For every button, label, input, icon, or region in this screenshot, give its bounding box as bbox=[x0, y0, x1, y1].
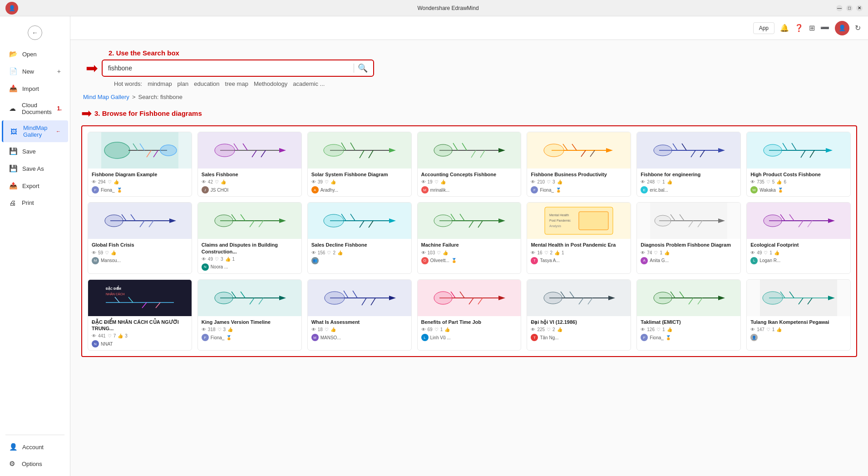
like-icon-18: 👍 bbox=[557, 327, 562, 332]
gallery-card-12[interactable]: Diagnosis Problem Fishbone Diagram 👁 74 … bbox=[636, 202, 741, 274]
card-thumb-6 bbox=[747, 132, 850, 169]
author-name-17: Linh Vũ ... bbox=[430, 335, 451, 340]
sidebar-item-cloud[interactable]: ☁ Cloud Documents 1. bbox=[2, 98, 68, 119]
app-button[interactable]: App bbox=[753, 22, 774, 34]
card-author-8: N Noora ... bbox=[202, 263, 298, 271]
gallery-card-4[interactable]: Fishbone Business Productivity 👁 210 ♡ 3… bbox=[527, 132, 631, 197]
like-icon-5: 👍 bbox=[667, 179, 672, 184]
card-author-3: M mrinalik... bbox=[421, 186, 518, 193]
gallery-card-17[interactable]: Benefits of Part Time Job 👁 69 ♡ 1 👍 L L… bbox=[417, 279, 522, 351]
gallery-card-18[interactable]: Đại hội VI (12.1986) 👁 225 ♡ 2 👍 T Tân N… bbox=[527, 279, 631, 351]
like-icon-20: 👍 bbox=[776, 327, 782, 332]
gallery-card-3[interactable]: Accounting Concepts Fishbone 👁 19 ♡ 👍 M … bbox=[417, 132, 522, 197]
heart-icon-8: ♡ bbox=[215, 257, 219, 262]
sidebar-item-new[interactable]: 📄 New + bbox=[2, 63, 68, 79]
help-icon[interactable]: ❓ bbox=[794, 24, 804, 32]
hot-word-methodology[interactable]: Methodology bbox=[254, 80, 287, 87]
like-icon-14: 👍 bbox=[118, 333, 123, 338]
user-avatar-topbar[interactable]: 👤 bbox=[835, 21, 849, 35]
heart-count-12: 1 bbox=[660, 250, 662, 255]
sidebar-item-export[interactable]: 📤 Export bbox=[2, 178, 68, 194]
sidebar-item-gallery[interactable]: 🖼 MindMap Gallery ← bbox=[2, 120, 68, 142]
close-button[interactable]: ✕ bbox=[856, 5, 863, 11]
author-name-13: Logan R... bbox=[760, 258, 780, 263]
card-thumb-20 bbox=[747, 280, 850, 316]
breadcrumb-sep: > bbox=[132, 94, 136, 100]
gallery-card-15[interactable]: King James Version Timeline 👁 318 ♡ 3 👍 … bbox=[197, 279, 302, 351]
sidebar-item-options[interactable]: ⚙ Options bbox=[2, 456, 68, 472]
gallery-card-20[interactable]: Tulang Ikan Kompetensi Pegawai 👁 147 ♡ 1… bbox=[746, 279, 851, 351]
gallery-card-10[interactable]: Machine Failure 👁 103 ♡ 👍 O Oliveett... … bbox=[417, 202, 522, 274]
svg-point-152 bbox=[654, 292, 672, 304]
gallery-card-5[interactable]: Fishbone for engineering 👁 248 ♡ 1 👍 E e… bbox=[636, 132, 741, 197]
views-icon-11: 👁 bbox=[531, 250, 535, 255]
card-info-7: Global Fish Crisis 👁 59 ♡ 👍 M Mansou... bbox=[88, 239, 192, 267]
hot-word-education[interactable]: education bbox=[194, 80, 219, 87]
like-icon-6: 👍 bbox=[776, 179, 782, 184]
views-icon-18: 👁 bbox=[531, 327, 535, 332]
svg-point-43 bbox=[654, 145, 672, 156]
gallery-card-8[interactable]: Claims and Disputes in Building Construc… bbox=[197, 202, 302, 274]
refresh-icon[interactable]: ↻ bbox=[855, 24, 861, 32]
card-info-15: King James Version Timeline 👁 318 ♡ 3 👍 … bbox=[198, 316, 301, 344]
gallery-card-1[interactable]: Sales Fishbone 👁 42 ♡ 👍 J JS CHOI bbox=[197, 132, 302, 197]
gallery-card-19[interactable]: Taklimat (EMICT) 👁 126 ♡ 1 👍 F Fiona_ bbox=[636, 279, 741, 351]
hot-word-plan[interactable]: plan bbox=[178, 80, 189, 87]
titlebar-left: 👤 bbox=[5, 2, 60, 15]
author-name-11: Tasya A... bbox=[540, 258, 559, 263]
card-thumb-12 bbox=[637, 203, 740, 239]
minus-icon[interactable]: ➖ bbox=[820, 24, 829, 32]
author-avatar-1: J bbox=[202, 186, 209, 193]
author-name-6: Wakaka bbox=[760, 188, 776, 193]
views-4: 210 bbox=[537, 179, 545, 184]
gallery-card-2[interactable]: Solar System Fishbone Diagram 👁 39 ♡ 👍 A… bbox=[307, 132, 412, 197]
breadcrumb-link[interactable]: Mind Map Gallery bbox=[83, 94, 129, 100]
back-button[interactable]: ← bbox=[28, 25, 42, 40]
hot-word-academic[interactable]: academic ... bbox=[293, 80, 325, 87]
gallery-card-11[interactable]: Mental Health Post Pandemic Analysis Men… bbox=[527, 202, 631, 274]
gallery-card-13[interactable]: Ecological Footprint 👁 49 ♡ 1 👍 L Logan … bbox=[746, 202, 851, 274]
gallery-card-16[interactable]: What Is Assessment 👁 18 ♡ 👍 M MANSO... bbox=[307, 279, 412, 351]
gallery-card-7[interactable]: Global Fish Crisis 👁 59 ♡ 👍 M Mansou... bbox=[88, 202, 192, 274]
svg-rect-93 bbox=[579, 212, 608, 230]
gallery-card-0[interactable]: Fishbone Diagram Example 👁 294 ♡ 👍 F Fio… bbox=[88, 132, 192, 197]
hot-word-mindmap[interactable]: mindmap bbox=[148, 80, 172, 87]
card-title-11: Mental Health in Post Pandemic Era bbox=[531, 242, 627, 248]
sidebar-item-open[interactable]: 📂 Open bbox=[2, 46, 68, 62]
bell-icon[interactable]: 🔔 bbox=[780, 24, 789, 32]
sidebar-label-open: Open bbox=[22, 51, 37, 58]
heart-icon-20: ♡ bbox=[766, 327, 770, 332]
svg-text:Analysis: Analysis bbox=[549, 224, 562, 228]
search-input[interactable] bbox=[108, 64, 350, 72]
grid-icon[interactable]: ⊞ bbox=[809, 24, 815, 32]
card-author-7: M Mansou... bbox=[92, 257, 188, 264]
sidebar-item-print[interactable]: 🖨 Print bbox=[2, 195, 68, 211]
search-button[interactable]: 🔍 bbox=[358, 63, 368, 73]
views-icon-16: 👁 bbox=[311, 327, 316, 332]
sidebar-item-account[interactable]: 👤 Account bbox=[2, 439, 68, 455]
search-row: ➡ 🔍 bbox=[81, 60, 857, 77]
card-stats-6: 👁 735 ♡ 5 👍 6 bbox=[750, 179, 847, 184]
sidebar-item-import[interactable]: 📥 Import bbox=[2, 80, 68, 97]
minimize-button[interactable]: — bbox=[836, 5, 843, 11]
breadcrumb: Mind Map Gallery > Search: fishbone bbox=[83, 94, 857, 100]
sidebar-item-saveas[interactable]: 💾 Save As bbox=[2, 160, 68, 177]
breadcrumb-current: Search: fishbone bbox=[138, 94, 182, 100]
svg-point-34 bbox=[544, 144, 564, 157]
author-name-12: Anita G... bbox=[650, 258, 669, 263]
sidebar-label-save: Save bbox=[22, 148, 36, 155]
card-thumb-11: Mental Health Post Pandemic Analysis bbox=[527, 203, 631, 239]
gallery-card-6[interactable]: High Product Costs Fishbone 👁 735 ♡ 5 👍 … bbox=[746, 132, 851, 197]
maximize-button[interactable]: □ bbox=[846, 5, 853, 11]
hot-word-treemap[interactable]: tree map bbox=[225, 80, 248, 87]
gallery-card-9[interactable]: Sales Decline Fishbone 👁 156 ♡ 2 👍 👥 bbox=[307, 202, 412, 274]
card-info-10: Machine Failure 👁 103 ♡ 👍 O Oliveett... … bbox=[418, 239, 521, 267]
card-author-5: E eric.bal... bbox=[641, 186, 737, 193]
author-name-7: Mansou... bbox=[101, 258, 121, 263]
author-name-10: Oliveett... bbox=[430, 258, 449, 263]
views-13: 49 bbox=[757, 250, 762, 255]
sidebar-item-save[interactable]: 💾 Save bbox=[2, 143, 68, 159]
card-stats-0: 👁 294 ♡ 👍 bbox=[92, 179, 188, 184]
gallery-card-14[interactable]: ĐẶC ĐIỂM NHÂN CÁCH ĐẶC ĐIỂM NHÂN CÁCH CỦ… bbox=[88, 279, 192, 351]
card-thumb-8 bbox=[198, 203, 301, 239]
